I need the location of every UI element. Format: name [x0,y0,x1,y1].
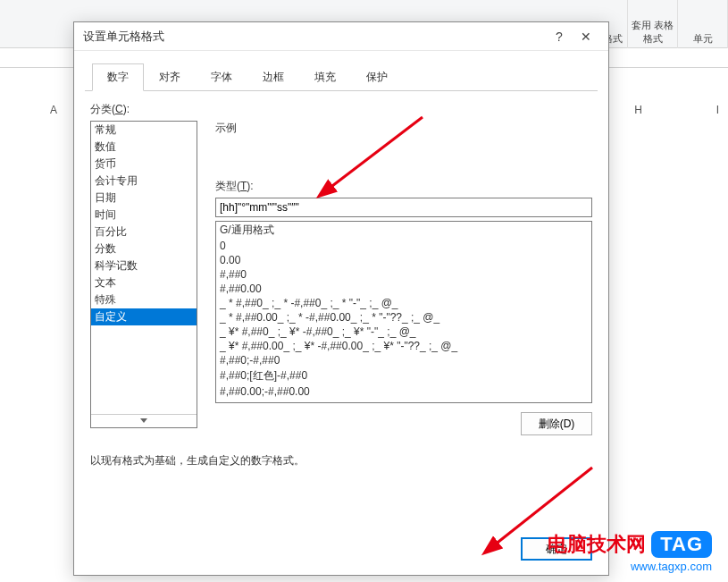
dialog-titlebar: 设置单元格格式 ? ✕ [74,22,608,51]
ribbon-group-cell[interactable]: 单元 [678,32,727,46]
watermark-url: www.tagxp.com [548,560,712,573]
format-item[interactable]: G/通用格式 [216,222,591,239]
category-percent[interactable]: 百分比 [91,224,197,240]
category-general[interactable]: 常规 [91,122,197,139]
format-item[interactable]: #,##0.00 [216,282,591,296]
watermark: 电脑技术网 TAG www.tagxp.com [548,531,712,573]
type-label: 类型(T): [215,179,592,194]
format-list[interactable]: G/通用格式 0 0.00 #,##0 #,##0.00 _ * #,##0_ … [215,221,592,403]
category-text[interactable]: 文本 [91,274,197,291]
category-scientific[interactable]: 科学记数 [91,257,197,274]
watermark-text: 电脑技术网 [548,531,646,558]
category-number[interactable]: 数值 [91,139,197,156]
category-fraction[interactable]: 分数 [91,240,197,257]
delete-button-label: 删除(D) [539,418,575,430]
format-item[interactable]: #,##0 [216,267,591,282]
right-pane: 示例 类型(T): G/通用格式 0 0.00 #,##0 #,##0.00 _… [215,121,592,435]
sample-box [215,139,592,168]
tab-number[interactable]: 数字 [92,63,144,91]
format-item[interactable]: #,##0.00;-#,##0.00 [216,384,591,399]
category-custom[interactable]: 自定义 [91,308,197,325]
column-header-I[interactable]: I [716,104,719,116]
category-list[interactable]: 常规 数值 货币 会计专用 日期 时间 百分比 分数 科学记数 文本 特殊 自定… [90,121,197,428]
format-cells-dialog: 设置单元格格式 ? ✕ 数字 对齐 字体 边框 填充 保护 分类(C): 常规 … [73,21,609,576]
tab-fill[interactable]: 填充 [299,63,351,91]
watermark-tag-badge: TAG [651,531,712,558]
custom-format-hint: 以现有格式为基础，生成自定义的数字格式。 [90,453,592,468]
format-item[interactable]: 0 [216,239,591,253]
dialog-tabs: 数字 对齐 字体 边框 填充 保护 [85,58,598,91]
dialog-body: 分类(C): 常规 数值 货币 会计专用 日期 时间 百分比 分数 科学记数 文… [74,91,608,528]
ribbon-group-tableformat[interactable]: 套用 表格格式 [628,19,677,46]
tab-font[interactable]: 字体 [196,63,247,91]
tab-border[interactable]: 边框 [247,63,299,91]
category-label-key: C [115,103,123,115]
format-item[interactable]: _ * #,##0.00_ ;_ * -#,##0.00_ ;_ * "-"??… [216,310,591,325]
category-special[interactable]: 特殊 [91,291,197,308]
help-button[interactable]: ? [546,26,573,47]
format-item[interactable]: _ ¥* #,##0_ ;_ ¥* -#,##0_ ;_ ¥* "-"_ ;_ … [216,325,591,339]
format-item[interactable]: #,##0;-#,##0 [216,353,591,367]
category-label: 分类(C): [90,102,592,117]
type-label-suffix: ): [247,180,253,192]
tab-alignment[interactable]: 对齐 [144,63,196,91]
sample-label: 示例 [215,121,592,136]
dialog-title: 设置单元格格式 [83,29,546,45]
tab-protect[interactable]: 保护 [351,63,403,91]
delete-button[interactable]: 删除(D) [521,412,592,435]
dialog-footer: 确定 [74,528,608,575]
category-time[interactable]: 时间 [91,207,197,224]
category-label-suffix: ): [123,103,130,115]
category-date[interactable]: 日期 [91,190,197,207]
format-item[interactable]: 0.00 [216,253,591,267]
close-button[interactable]: ✕ [573,26,599,47]
format-item[interactable]: #,##0;[红色]-#,##0 [216,367,591,384]
chevron-down-icon[interactable] [91,414,197,427]
type-label-prefix: 类型( [215,180,240,192]
type-input[interactable] [215,198,592,217]
format-item[interactable]: _ ¥* #,##0.00_ ;_ ¥* -#,##0.00_ ;_ ¥* "-… [216,339,591,353]
column-header-H[interactable]: H [634,104,642,116]
category-accounting[interactable]: 会计专用 [91,173,197,190]
category-currency[interactable]: 货币 [91,156,197,173]
format-item[interactable]: _ * #,##0_ ;_ * -#,##0_ ;_ * "-"_ ;_ @_ [216,296,591,310]
category-label-prefix: 分类( [90,103,115,115]
